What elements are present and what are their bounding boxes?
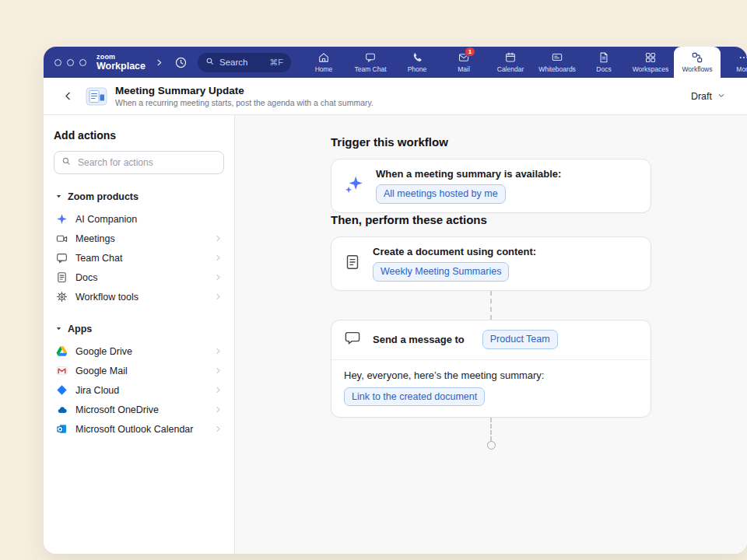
send-message-row[interactable]: Send a message to Product Team <box>331 320 651 360</box>
chevron-right-icon <box>214 234 223 243</box>
nav-label: Whiteboards <box>538 65 576 73</box>
topbar-nav: Home Team Chat Phone 1 Mail <box>300 47 747 78</box>
chevron-right-icon <box>214 405 223 414</box>
ai-companion-sparkle-icon <box>55 213 68 225</box>
section-zoom-products[interactable]: Zoom products <box>55 191 223 202</box>
global-search[interactable]: Search ⌘F <box>198 53 291 72</box>
logo-zoom-text: zoom <box>96 53 146 61</box>
chevron-right-icon[interactable] <box>154 58 164 68</box>
trigger-text: When a meeting summary is available: <box>376 168 561 180</box>
nav-label: Phone <box>408 65 427 73</box>
action-card-content: Create a document using content: Weekly … <box>373 246 536 282</box>
sidebar-item-google-drive[interactable]: Google Drive <box>54 341 224 361</box>
item-label: Microsoft Outlook Calendar <box>75 424 193 435</box>
sidebar-item-google-mail[interactable]: Google Mail <box>54 361 224 380</box>
google-drive-icon <box>55 345 68 357</box>
zoom-workplace-logo: zoom Workplace <box>96 53 146 72</box>
item-label: Workflow tools <box>75 292 139 303</box>
sidebar-item-jira-cloud[interactable]: Jira Cloud <box>54 380 224 400</box>
section-label: Apps <box>68 324 92 334</box>
logo-workplace-text: Workplace <box>96 61 146 72</box>
workflow-canvas: Trigger this workflow When a meeting sum… <box>235 115 747 554</box>
workflow-connector <box>490 291 492 320</box>
sidebar-item-workflow-tools[interactable]: Workflow tools <box>54 287 224 306</box>
workflows-icon <box>691 51 703 64</box>
nav-label: Docs <box>596 65 611 73</box>
search-icon <box>205 57 215 68</box>
caret-down-icon <box>55 191 62 202</box>
workflow-title-block: Meeting Summary Update When a recurring … <box>115 85 374 107</box>
chevron-right-icon <box>214 347 223 355</box>
nav-docs[interactable]: Docs <box>580 47 627 78</box>
back-button[interactable] <box>58 86 78 107</box>
home-icon <box>317 51 330 64</box>
sidebar-item-ai-companion[interactable]: AI Companion <box>54 209 224 229</box>
message-body[interactable]: Hey, everyone, here’s the meeting summar… <box>331 360 651 418</box>
workflow-flow: Trigger this workflow When a meeting sum… <box>331 115 651 554</box>
nav-more[interactable]: More <box>721 47 747 78</box>
history-icon[interactable] <box>172 54 189 71</box>
workflow-thumbnail-icon <box>86 87 107 106</box>
section-apps[interactable]: Apps <box>55 324 223 334</box>
more-icon <box>738 51 747 64</box>
trigger-card-content: When a meeting summary is available: All… <box>376 168 561 204</box>
message-bubble-icon <box>344 330 361 350</box>
item-label: Meetings <box>75 233 115 244</box>
sidebar-item-team-chat[interactable]: Team Chat <box>54 248 224 268</box>
send-message-text: Send a message to <box>373 334 465 345</box>
chevron-right-icon <box>214 254 223 262</box>
sidebar-item-microsoft-outlook-calendar[interactable]: Microsoft Outlook Calendar <box>54 419 224 439</box>
workflow-end-node[interactable] <box>487 441 496 450</box>
sidebar-item-microsoft-onedrive[interactable]: Microsoft OneDrive <box>54 400 224 419</box>
nav-phone[interactable]: Phone <box>394 47 440 78</box>
onedrive-icon <box>55 404 68 415</box>
jira-icon <box>55 384 68 396</box>
trigger-scope-chip[interactable]: All meetings hosted by me <box>376 184 506 204</box>
message-body-text: Hey, everyone, here’s the meeting summar… <box>344 369 638 381</box>
topbar: zoom Workplace Search ⌘F Home <box>44 47 747 78</box>
outlook-calendar-icon <box>55 423 68 435</box>
docs-icon <box>598 51 610 64</box>
search-icon <box>61 156 72 170</box>
document-link-chip[interactable]: Link to the created document <box>344 387 485 407</box>
recipient-chip[interactable]: Product Team <box>482 330 558 349</box>
nav-label: Calendar <box>497 65 524 73</box>
search-shortcut: ⌘F <box>269 58 283 68</box>
action-card-create-document[interactable]: Create a document using content: Weekly … <box>331 236 651 291</box>
nav-label: Workspaces <box>633 65 669 73</box>
nav-mail[interactable]: 1 Mail <box>440 47 487 78</box>
gear-icon <box>55 291 68 303</box>
action-text: Create a document using content: <box>373 246 536 257</box>
window-maximize-button[interactable] <box>79 59 86 66</box>
workspaces-icon <box>644 51 657 64</box>
sidebar-item-docs[interactable]: Docs <box>54 268 224 287</box>
nav-whiteboards[interactable]: Whiteboards <box>534 47 580 78</box>
mail-unread-badge: 1 <box>465 47 475 57</box>
document-icon <box>55 271 68 283</box>
meetings-camera-icon <box>55 233 68 244</box>
action-card-send-message[interactable]: Send a message to Product Team Hey, ever… <box>331 320 651 418</box>
actions-heading: Then, perform these actions <box>331 213 651 226</box>
window-minimize-button[interactable] <box>67 59 74 66</box>
chevron-right-icon <box>214 425 223 433</box>
phone-icon <box>411 51 423 64</box>
nav-team-chat[interactable]: Team Chat <box>347 47 394 78</box>
nav-label: Workflows <box>682 65 712 73</box>
gmail-icon <box>55 365 68 376</box>
document-content-chip[interactable]: Weekly Meeting Summaries <box>373 262 509 282</box>
trigger-card[interactable]: When a meeting summary is available: All… <box>331 159 651 213</box>
nav-label: More <box>736 65 747 73</box>
nav-workflows[interactable]: Workflows <box>674 47 721 78</box>
draft-status-label: Draft <box>691 91 712 102</box>
sidebar-item-meetings[interactable]: Meetings <box>54 229 224 248</box>
nav-calendar[interactable]: Calendar <box>487 47 534 78</box>
nav-workspaces[interactable]: Workspaces <box>627 47 674 78</box>
actions-search-box[interactable] <box>54 151 224 174</box>
nav-home[interactable]: Home <box>300 47 347 78</box>
team-chat-icon <box>364 51 377 64</box>
draft-status-dropdown[interactable]: Draft <box>683 86 733 107</box>
actions-search-input[interactable] <box>76 156 216 169</box>
chevron-right-icon <box>214 292 223 301</box>
workflow-connector <box>490 418 492 441</box>
window-close-button[interactable] <box>54 59 61 66</box>
